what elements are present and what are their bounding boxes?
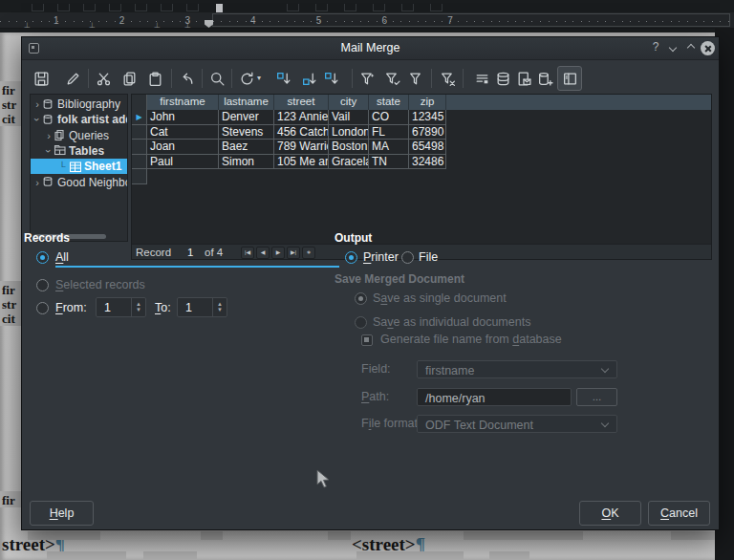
- tree-item-queries[interactable]: ›Queries: [31, 128, 128, 143]
- standard-filter-icon[interactable]: [402, 66, 427, 91]
- dropdown-caret-icon[interactable]: ▾: [257, 74, 261, 82]
- table-cell[interactable]: 65498: [409, 140, 446, 155]
- table-cell[interactable]: 456 Catch: [274, 125, 329, 140]
- column-header-zip[interactable]: zip: [409, 95, 446, 110]
- to-value[interactable]: 1: [185, 301, 192, 314]
- table-cell[interactable]: 123 Annie': [274, 110, 329, 125]
- tree-item-bibliography[interactable]: ›Bibliography: [31, 97, 128, 112]
- row-selector-cell[interactable]: [132, 125, 147, 140]
- tree-item-good-neighbor[interactable]: ›Good Neighbor: [31, 175, 128, 190]
- help-button[interactable]: Help: [30, 501, 94, 526]
- file-radio[interactable]: [401, 251, 414, 264]
- column-header-lastname[interactable]: lastname: [219, 95, 274, 110]
- tree-item-folk-artist-add[interactable]: ›folk artist add: [31, 112, 128, 127]
- cut-icon[interactable]: [91, 66, 116, 91]
- table-cell[interactable]: Cat: [147, 125, 219, 140]
- table-cell[interactable]: 12345: [409, 110, 446, 125]
- table-header-row[interactable]: firstnamelastnamestreetcitystatezip: [132, 95, 711, 110]
- table-cell[interactable]: MA: [369, 140, 409, 155]
- expand-arrow-icon[interactable]: ›: [44, 130, 54, 141]
- table-cell[interactable]: 67890: [409, 125, 446, 140]
- table-cell[interactable]: Joan: [147, 140, 219, 155]
- dialog-titlebar[interactable]: Mail Merge ?: [22, 37, 719, 60]
- row-selector-cell[interactable]: ▶: [132, 110, 147, 125]
- tree-item-sheet1[interactable]: └Sheet1: [31, 159, 128, 174]
- table-cell[interactable]: Simon: [219, 155, 274, 170]
- spinner-arrows-icon[interactable]: ▲▼: [131, 298, 145, 316]
- record-number-input[interactable]: 1: [187, 247, 193, 258]
- to-label[interactable]: To:: [155, 301, 171, 314]
- table-cell[interactable]: Paul: [147, 155, 219, 170]
- printer-radio[interactable]: [345, 251, 357, 264]
- all-radio-label[interactable]: All: [55, 250, 69, 264]
- table-row[interactable]: ▶JohnDenver123 Annie'VailCO12345: [132, 110, 446, 125]
- autofilter-icon[interactable]: [355, 66, 379, 91]
- previous-record-button[interactable]: ◀: [256, 247, 270, 259]
- expand-arrow-icon[interactable]: ›: [32, 177, 42, 188]
- save-icon[interactable]: [29, 66, 54, 91]
- table-cell[interactable]: TN: [369, 155, 409, 170]
- sort-icon[interactable]: [318, 66, 343, 91]
- table-cell[interactable]: London: [329, 125, 369, 140]
- to-spinbox[interactable]: 1 ▲▼: [177, 297, 227, 317]
- edit-icon[interactable]: [60, 66, 85, 91]
- tree-item-tables[interactable]: ›Tables: [31, 143, 128, 159]
- cancel-button[interactable]: Cancel: [648, 501, 710, 526]
- help-titlebar-button[interactable]: ?: [648, 40, 663, 54]
- last-record-button[interactable]: ▶|: [287, 247, 300, 259]
- ok-button[interactable]: OK: [579, 501, 641, 526]
- file-radio-label[interactable]: File: [419, 250, 438, 264]
- column-header-firstname[interactable]: firstname: [147, 95, 219, 110]
- printer-radio-label[interactable]: Printer: [363, 250, 399, 264]
- selected-records-radio[interactable]: [36, 279, 49, 291]
- table-cell[interactable]: 789 Warrio: [274, 140, 329, 155]
- data-to-fields-icon[interactable]: [532, 66, 557, 91]
- column-header-state[interactable]: state: [369, 95, 409, 110]
- reset-filter-icon[interactable]: [435, 66, 460, 91]
- next-record-button[interactable]: ▶: [271, 247, 285, 259]
- first-record-button[interactable]: |◀: [241, 247, 254, 259]
- row-selector-cell[interactable]: [132, 155, 147, 170]
- search-icon[interactable]: [205, 66, 229, 91]
- data-table[interactable]: firstnamelastnamestreetcitystatezip ▶Joh…: [131, 94, 712, 260]
- table-cell[interactable]: FL: [369, 125, 409, 140]
- copy-icon[interactable]: [117, 66, 141, 91]
- table-cell[interactable]: 32486: [409, 155, 446, 170]
- table-row[interactable]: JoanBaez789 WarrioBostonMA65498: [132, 140, 446, 155]
- column-header-street[interactable]: street: [274, 95, 329, 110]
- paste-icon[interactable]: [142, 66, 167, 91]
- from-radio[interactable]: [36, 302, 49, 314]
- spinner-arrows-icon[interactable]: ▲▼: [212, 298, 227, 316]
- explorer-on-off-icon[interactable]: [557, 66, 582, 91]
- from-spinbox[interactable]: 1 ▲▼: [96, 297, 146, 317]
- table-cell[interactable]: CO: [369, 110, 409, 125]
- table-cell[interactable]: 105 Me an: [274, 155, 329, 170]
- data-source-explorer[interactable]: ›Bibliography›folk artist add›Queries›Ta…: [30, 94, 128, 242]
- undo-icon[interactable]: [174, 66, 199, 91]
- from-value[interactable]: 1: [104, 301, 111, 314]
- table-cell[interactable]: Gracela: [329, 155, 369, 170]
- table-cell[interactable]: Boston: [329, 140, 369, 155]
- row-selector-cell[interactable]: [132, 169, 147, 184]
- table-row[interactable]: CatStevens456 CatchLondonFL67890: [132, 125, 446, 140]
- all-radio[interactable]: [36, 251, 49, 264]
- sort-ascending-icon[interactable]: [270, 66, 295, 91]
- rollup-button[interactable]: [683, 40, 699, 54]
- table-cell[interactable]: Denver: [219, 110, 274, 125]
- table-row[interactable]: PaulSimon105 Me anGracelaTN32486: [132, 155, 446, 170]
- shade-button[interactable]: [665, 40, 680, 54]
- from-label[interactable]: From:: [55, 301, 87, 314]
- expand-arrow-icon[interactable]: ›: [32, 98, 42, 110]
- close-icon[interactable]: [701, 41, 715, 55]
- table-cell[interactable]: Baez: [219, 140, 274, 155]
- new-record-button[interactable]: ∗: [302, 247, 315, 259]
- collapse-arrow-icon[interactable]: ›: [32, 115, 43, 124]
- apply-filter-icon[interactable]: [379, 66, 404, 91]
- table-cell[interactable]: John: [147, 110, 219, 125]
- column-header-city[interactable]: city: [329, 95, 369, 110]
- table-cell[interactable]: Stevens: [219, 125, 274, 140]
- collapse-arrow-icon[interactable]: ›: [43, 146, 54, 156]
- row-selector-cell[interactable]: [132, 140, 147, 155]
- refresh-icon[interactable]: [234, 66, 259, 91]
- table-cell[interactable]: Vail: [329, 110, 369, 125]
